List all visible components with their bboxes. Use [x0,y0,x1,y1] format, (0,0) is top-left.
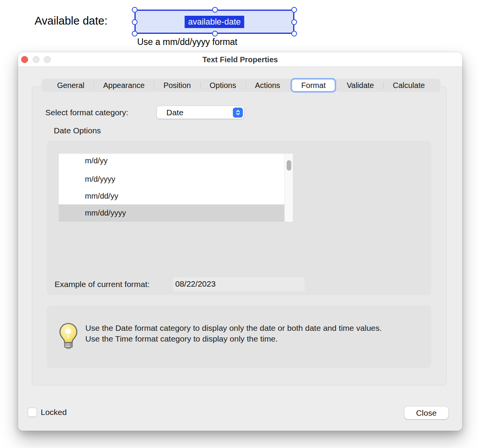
selection-handle[interactable] [132,7,138,13]
selection-handle[interactable] [132,19,138,25]
list-item[interactable]: mm/dd/yy [59,187,284,204]
field-tooltip-text: Use a mm/dd/yyyy format [137,37,237,47]
close-button[interactable]: Close [404,407,448,419]
field-name-tag: available-date [185,16,244,28]
tab-appearance[interactable]: Appearance [94,79,154,92]
selection-handle[interactable] [212,31,218,37]
locked-row: Locked [28,408,67,417]
titlebar[interactable]: Text Field Properties [18,52,462,67]
list-item[interactable]: m/d/yy [59,154,284,171]
format-category-select[interactable]: Date [157,106,244,119]
dialog-title: Text Field Properties [18,52,462,67]
screen: Available date: available-date Use a mm/… [0,0,478,448]
date-options-group: m/d/yy m/d/yyyy mm/dd/yy mm/dd/yyyy Exam… [47,141,431,295]
tab-actions[interactable]: Actions [246,79,290,92]
scrollbar-track[interactable] [284,154,293,222]
tab-position[interactable]: Position [154,79,200,92]
example-format-label: Example of current format: [55,277,149,291]
tab-options[interactable]: Options [201,79,246,92]
locked-label[interactable]: Locked [41,408,67,417]
list-item-selected[interactable]: mm/dd/yyyy [59,204,284,222]
list-item[interactable]: m/d/yyyy [59,171,284,187]
up-down-chevron-icon [233,108,243,118]
date-format-list: m/d/yy m/d/yyyy mm/dd/yy mm/dd/yyyy [59,154,293,222]
hint-text: Use the Date format category to display … [85,323,397,344]
lightbulb-icon [58,323,79,350]
date-options-title: Date Options [54,126,101,135]
date-format-options: m/d/yy m/d/yyyy mm/dd/yy mm/dd/yyyy [59,154,284,222]
locked-checkbox[interactable] [28,408,37,417]
tab-format[interactable]: Format [292,80,335,91]
form-field-widget[interactable]: available-date [134,10,294,34]
tab-bar: General Appearance Position Options Acti… [41,79,440,92]
text-field-properties-dialog: Text Field Properties General Appearance… [18,52,462,431]
tab-general[interactable]: General [48,79,93,92]
selection-handle[interactable] [212,7,218,13]
selection-handle[interactable] [291,19,297,25]
form-field-label: Available date: [35,15,108,27]
scrollbar-thumb[interactable] [287,160,291,171]
hint-box: Use the Date format category to display … [47,305,431,368]
selection-handle[interactable] [291,31,297,37]
format-category-value: Date [157,108,233,117]
tab-validate[interactable]: Validate [337,79,383,92]
selection-handle[interactable] [132,31,138,37]
tab-calculate[interactable]: Calculate [383,79,434,92]
selection-handle[interactable] [291,7,297,13]
format-category-label: Select format category: [45,106,128,119]
example-format-value: 08/22/2023 [173,277,305,291]
